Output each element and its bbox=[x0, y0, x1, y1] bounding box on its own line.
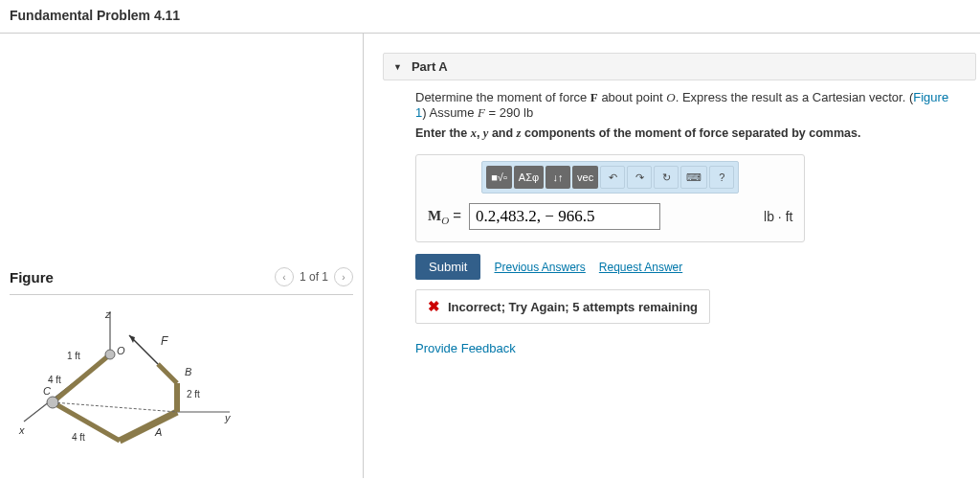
part-header[interactable]: ▼ Part A bbox=[383, 53, 976, 80]
help-icon[interactable]: ? bbox=[709, 166, 734, 189]
vec-icon[interactable]: vec bbox=[572, 166, 598, 189]
svg-line-10 bbox=[158, 364, 177, 383]
submit-row: Submit Previous Answers Request Answer bbox=[415, 254, 963, 280]
svg-text:4 ft: 4 ft bbox=[48, 375, 61, 385]
svg-text:1 ft: 1 ft bbox=[67, 351, 80, 361]
collapse-icon: ▼ bbox=[393, 62, 402, 72]
figure-next-icon[interactable]: › bbox=[334, 267, 353, 286]
figure-header: Figure ‹ 1 of 1 › bbox=[10, 263, 353, 295]
svg-text:O: O bbox=[117, 345, 125, 356]
problem-title: Fundamental Problem 4.11 bbox=[0, 0, 980, 34]
svg-text:z: z bbox=[104, 308, 111, 320]
svg-text:C: C bbox=[43, 385, 51, 397]
submit-button[interactable]: Submit bbox=[415, 254, 480, 280]
svg-line-6 bbox=[53, 354, 110, 402]
provide-feedback-link[interactable]: Provide Feedback bbox=[415, 341, 963, 355]
units-label: lb · ft bbox=[764, 209, 792, 224]
figure-pager: ‹ 1 of 1 › bbox=[275, 267, 353, 286]
svg-point-12 bbox=[105, 350, 115, 359]
svg-text:x: x bbox=[18, 424, 25, 436]
part-title: Part A bbox=[412, 59, 448, 74]
answer-box: ■√▫ ΑΣφ ↓↑ vec ↶ ↷ ↻ ⌨ ? MO = lb · ft bbox=[415, 154, 805, 242]
svg-text:F: F bbox=[161, 334, 168, 348]
svg-text:4 ft: 4 ft bbox=[72, 432, 85, 443]
formula-toolbar: ■√▫ ΑΣφ ↓↑ vec ↶ ↷ ↻ ⌨ ? bbox=[481, 161, 739, 194]
part-body: Determine the moment of force F about po… bbox=[383, 80, 976, 355]
enter-instruction: Enter the x, y and z components of the m… bbox=[415, 126, 963, 141]
main: Figure ‹ 1 of 1 › z x y F O bbox=[0, 34, 980, 478]
previous-answers-link[interactable]: Previous Answers bbox=[494, 261, 585, 274]
answer-row: MO = lb · ft bbox=[424, 201, 796, 232]
feedback-box: ✖ Incorrect; Try Again; 5 attempts remai… bbox=[415, 289, 710, 324]
prompt-text: Determine the moment of force F about po… bbox=[415, 90, 963, 121]
figure-page-text: 1 of 1 bbox=[300, 270, 328, 284]
request-answer-link[interactable]: Request Answer bbox=[599, 261, 682, 274]
keyboard-icon[interactable]: ⌨ bbox=[680, 166, 707, 189]
right-panel: ▼ Part A Determine the moment of force F… bbox=[364, 34, 980, 478]
svg-text:A: A bbox=[154, 426, 162, 438]
svg-text:2 ft: 2 ft bbox=[187, 389, 200, 399]
svg-text:B: B bbox=[185, 366, 191, 377]
answer-input[interactable] bbox=[469, 203, 660, 230]
greek-icon[interactable]: ΑΣφ bbox=[514, 166, 544, 189]
svg-line-8 bbox=[120, 412, 177, 441]
incorrect-icon: ✖ bbox=[428, 298, 440, 315]
svg-text:y: y bbox=[224, 412, 232, 423]
subscript-icon[interactable]: ↓↑ bbox=[546, 166, 570, 189]
template-icon[interactable]: ■√▫ bbox=[486, 166, 512, 189]
answer-label: MO = bbox=[428, 207, 461, 226]
feedback-text: Incorrect; Try Again; 5 attempts remaini… bbox=[448, 300, 698, 314]
figure-diagram: z x y F O B C A 1 ft 4 ft 4 ft 2 ft bbox=[10, 307, 258, 450]
figure-heading: Figure bbox=[10, 269, 54, 285]
figure-prev-icon[interactable]: ‹ bbox=[275, 267, 294, 286]
reset-icon[interactable]: ↻ bbox=[654, 166, 679, 189]
svg-marker-15 bbox=[129, 335, 135, 343]
svg-point-13 bbox=[47, 397, 58, 408]
left-panel: Figure ‹ 1 of 1 › z x y F O bbox=[0, 34, 364, 478]
redo-icon[interactable]: ↷ bbox=[627, 166, 652, 189]
svg-line-7 bbox=[53, 402, 120, 441]
undo-icon[interactable]: ↶ bbox=[600, 166, 625, 189]
